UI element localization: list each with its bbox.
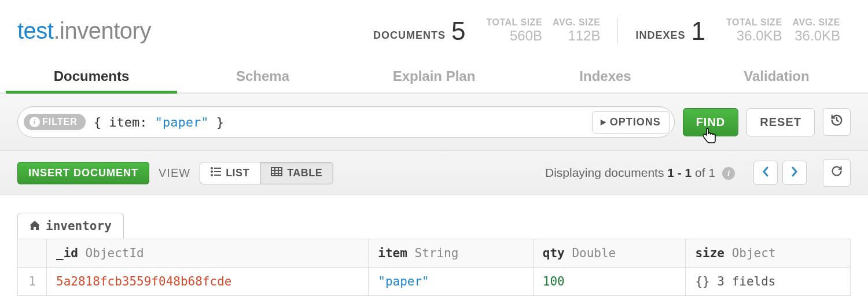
filter-pill: i FILTER xyxy=(24,114,86,130)
cell-item: "paper" xyxy=(369,268,534,296)
col-item[interactable]: item String xyxy=(369,239,534,268)
svg-point-4 xyxy=(211,174,213,176)
indexes-avg-size: AVG. SIZE 36.0KB xyxy=(793,17,840,44)
filter-text[interactable]: { item: "paper" } xyxy=(86,115,592,129)
table-row[interactable]: 1 5a2818fcb3559f048b68fcde "paper" 100 {… xyxy=(18,268,851,296)
col-rownum xyxy=(18,239,47,268)
options-button[interactable]: ▶ OPTIONS xyxy=(592,111,670,134)
documents-total-size: TOTAL SIZE 560B xyxy=(486,17,542,44)
reset-button[interactable]: RESET xyxy=(746,108,815,136)
cell-rownum: 1 xyxy=(18,268,47,296)
indexes-label: INDEXES xyxy=(635,29,685,44)
history-icon xyxy=(830,114,843,130)
view-list-button[interactable]: LIST xyxy=(200,162,260,184)
documents-avg-size: AVG. SIZE 112B xyxy=(553,17,600,44)
col-qty[interactable]: qty Double xyxy=(533,239,686,268)
refresh-button[interactable] xyxy=(823,159,851,187)
results-table: _id ObjectId item String qty Double size… xyxy=(17,239,851,296)
filter-input[interactable]: i FILTER { item: "paper" } ▶ OPTIONS xyxy=(17,106,675,138)
find-button[interactable]: FIND xyxy=(683,108,739,136)
table-icon xyxy=(271,167,282,179)
info-icon: i xyxy=(30,117,40,127)
stats-bar: DOCUMENTS 5 TOTAL SIZE 560B AVG. SIZE 11… xyxy=(363,17,851,44)
insert-document-button[interactable]: INSERT DOCUMENT xyxy=(17,162,149,184)
db-name: test xyxy=(17,18,53,43)
cell-qty: 100 xyxy=(533,268,686,296)
list-icon xyxy=(211,167,221,179)
info-icon: i xyxy=(722,167,735,180)
documents-count: 5 xyxy=(451,18,465,44)
namespace-title: test.inventory xyxy=(17,18,151,44)
svg-rect-1 xyxy=(214,168,221,169)
tab-schema[interactable]: Schema xyxy=(177,60,348,92)
indexes-total-size: TOTAL SIZE 36.0KB xyxy=(726,17,782,44)
svg-rect-5 xyxy=(214,175,221,176)
breadcrumb[interactable]: inventory xyxy=(17,213,124,239)
view-label: VIEW xyxy=(159,166,190,180)
prev-page-button[interactable] xyxy=(753,161,778,185)
indexes-stat: INDEXES 1 TOTAL SIZE 36.0KB AVG. SIZE 36… xyxy=(625,17,851,44)
next-page-button[interactable] xyxy=(782,161,807,185)
home-icon xyxy=(30,219,40,233)
chevron-right-icon xyxy=(791,166,798,180)
svg-rect-3 xyxy=(214,171,221,172)
query-bar: i FILTER { item: "paper" } ▶ OPTIONS FIN… xyxy=(0,94,868,151)
col-id[interactable]: _id ObjectId xyxy=(47,239,369,268)
documents-label: DOCUMENTS xyxy=(373,29,446,44)
chevron-left-icon xyxy=(762,166,769,180)
collection-name: inventory xyxy=(60,18,151,43)
svg-point-0 xyxy=(211,167,213,169)
history-button[interactable] xyxy=(823,108,851,136)
action-bar: INSERT DOCUMENT VIEW LIST TABLE Displayi… xyxy=(0,151,868,195)
tab-explain[interactable]: Explain Plan xyxy=(348,60,520,92)
cell-id: 5a2818fcb3559f048b68fcde xyxy=(47,268,369,296)
tab-documents[interactable]: Documents xyxy=(6,60,177,92)
tab-indexes[interactable]: Indexes xyxy=(520,60,691,92)
view-toggle: LIST TABLE xyxy=(200,162,333,184)
tab-validation[interactable]: Validation xyxy=(691,60,862,92)
svg-rect-6 xyxy=(271,168,282,176)
tabs: Documents Schema Explain Plan Indexes Va… xyxy=(0,60,868,94)
caret-right-icon: ▶ xyxy=(601,118,606,126)
displaying-text: Displaying documents 1 - 1 of 1 i xyxy=(545,166,735,180)
indexes-count: 1 xyxy=(692,18,705,44)
svg-point-2 xyxy=(211,170,213,173)
pager xyxy=(753,161,807,185)
cursor-hand-icon xyxy=(703,127,718,149)
col-size[interactable]: size Object xyxy=(686,239,851,268)
table-header-row: _id ObjectId item String qty Double size… xyxy=(18,239,851,268)
documents-stat: DOCUMENTS 5 TOTAL SIZE 560B AVG. SIZE 11… xyxy=(363,17,618,44)
refresh-icon xyxy=(831,165,843,180)
view-table-button[interactable]: TABLE xyxy=(260,162,333,184)
cell-size: {} 3 fields xyxy=(686,268,851,296)
